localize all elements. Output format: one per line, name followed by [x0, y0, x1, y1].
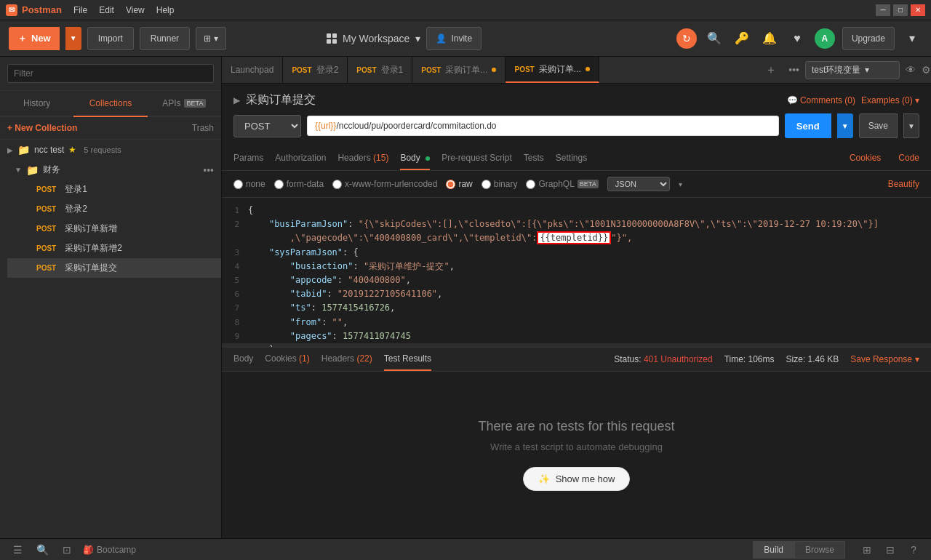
heart-button[interactable]: ♥	[787, 28, 807, 49]
new-dropdown-button[interactable]: ▼	[65, 27, 81, 50]
code-editor[interactable]: 1 { 2 "busiParamJson": "{\"skipCodes\":[…	[222, 198, 931, 347]
code-link[interactable]: Code	[898, 147, 919, 170]
tab-post-login2[interactable]: POST 登录2	[283, 57, 348, 83]
save-response-button[interactable]: Save Response ▾	[850, 354, 919, 364]
tab-authorization[interactable]: Authorization	[275, 147, 326, 170]
trash-button[interactable]: Trash	[192, 123, 214, 133]
resp-tab-test-results[interactable]: Test Results	[384, 348, 431, 371]
raw-radio[interactable]	[446, 180, 455, 189]
tab-tests[interactable]: Tests	[524, 147, 544, 170]
save-dropdown-button[interactable]: ▼	[903, 113, 919, 138]
tab-label: 登录1	[381, 64, 404, 76]
graphql-radio[interactable]	[526, 180, 535, 189]
upgrade-dropdown-button[interactable]: ▾	[902, 28, 922, 49]
sidebar-toggle-button[interactable]: ☰	[9, 541, 26, 559]
browse-tab-button[interactable]: Browse	[794, 541, 845, 559]
save-button[interactable]: Save	[859, 113, 898, 138]
request-order-add[interactable]: POST 采购订单新增	[7, 219, 221, 239]
close-button[interactable]: ✕	[911, 4, 925, 16]
examples-link[interactable]: Examples (0) ▾	[861, 95, 919, 105]
bell-button[interactable]: 🔔	[759, 28, 780, 49]
none-radio[interactable]	[233, 180, 243, 189]
sync-button[interactable]: ↻	[676, 28, 697, 49]
search-button[interactable]: 🔍	[704, 28, 724, 49]
env-gear-button[interactable]: ⚙	[922, 64, 931, 76]
cookies-link[interactable]: Cookies	[850, 147, 881, 170]
option-raw[interactable]: raw	[446, 179, 472, 189]
option-graphql[interactable]: GraphQL BETA	[526, 179, 598, 189]
minimize-button[interactable]: ─	[876, 4, 890, 16]
workspace-label: My Workspace	[343, 33, 409, 44]
collection-ncc-test[interactable]: ▶ 📁 ncc test ★ 5 requests •••	[0, 140, 221, 160]
layout2-button[interactable]: ⊟	[882, 541, 899, 559]
runner-button[interactable]: Runner	[140, 27, 190, 50]
request-order-submit[interactable]: POST 采购订单提交	[7, 258, 221, 278]
beautify-button[interactable]: Beautify	[888, 179, 919, 189]
option-urlencoded[interactable]: x-www-form-urlencoded	[332, 179, 437, 189]
comments-link[interactable]: 💬 Comments (0)	[787, 95, 855, 105]
resp-tab-headers[interactable]: Headers (22)	[321, 348, 372, 371]
import-button[interactable]: Import	[87, 27, 134, 50]
avatar[interactable]: A	[815, 28, 835, 49]
request-login1[interactable]: POST 登录1	[7, 180, 221, 199]
request-order-add2[interactable]: POST 采购订单新增2	[7, 239, 221, 258]
tab-launchpad[interactable]: Launchpad	[222, 57, 283, 83]
console-button[interactable]: ⊡	[58, 541, 76, 559]
invite-button[interactable]: 👤 Invite	[426, 27, 482, 50]
line-number: 3	[222, 246, 248, 260]
folder-finance[interactable]: ▼ 📁 财务 •••	[7, 160, 221, 180]
option-none[interactable]: none	[233, 179, 265, 189]
tab-post-order2[interactable]: POST 采购订单...	[506, 57, 599, 83]
sidebar-tab-history[interactable]: History	[0, 91, 73, 117]
title-caret[interactable]: ▶	[233, 95, 240, 105]
upgrade-button[interactable]: Upgrade	[842, 27, 895, 50]
search-input[interactable]	[7, 64, 214, 83]
show-me-button[interactable]: ✨ Show me how	[523, 467, 631, 491]
send-button[interactable]: Send	[785, 113, 831, 138]
request-login2[interactable]: POST 登录2	[7, 199, 221, 219]
layout-button[interactable]: ⊞	[858, 541, 876, 559]
formdata-radio[interactable]	[274, 180, 284, 189]
binary-radio[interactable]	[482, 180, 491, 189]
option-formdata[interactable]: form-data	[274, 179, 324, 189]
tab-post-order1[interactable]: POST 采购订单...	[412, 57, 506, 83]
line-number: 6	[222, 287, 248, 301]
tab-body[interactable]: Body	[400, 147, 430, 170]
resp-tab-cookies[interactable]: Cookies (1)	[265, 348, 309, 371]
search-bottom-button[interactable]: 🔍	[33, 541, 51, 559]
sidebar-tab-collections[interactable]: Collections	[73, 91, 147, 117]
maximize-button[interactable]: □	[893, 4, 908, 16]
resp-tab-body[interactable]: Body	[233, 348, 253, 371]
format-select[interactable]: JSON Text JavaScript HTML XML	[607, 177, 670, 191]
folder-more-button[interactable]: •••	[203, 164, 214, 176]
env-select-dropdown[interactable]: test环境变量 ▾	[805, 61, 900, 79]
tab-params[interactable]: Params	[233, 147, 263, 170]
menu-bar: File Edit View Help	[73, 5, 175, 15]
option-binary[interactable]: binary	[482, 179, 518, 189]
urlencoded-radio[interactable]	[332, 180, 342, 189]
tab-settings[interactable]: Settings	[556, 147, 587, 170]
menu-view[interactable]: View	[126, 5, 145, 15]
custom-button[interactable]: ⊞ ▾	[196, 27, 226, 50]
send-dropdown-button[interactable]: ▼	[837, 113, 853, 138]
method-select[interactable]: POST GET PUT DELETE	[233, 115, 301, 137]
build-tab-button[interactable]: Build	[753, 541, 794, 559]
key-button[interactable]: 🔑	[732, 28, 752, 49]
bootcamp-button[interactable]: 🎒 Bootcamp	[83, 545, 136, 555]
tab-headers[interactable]: Headers (15)	[337, 147, 388, 170]
menu-file[interactable]: File	[73, 5, 87, 15]
menu-help[interactable]: Help	[156, 5, 175, 15]
launchpad-label: Launchpad	[231, 65, 273, 75]
help-button[interactable]: ?	[905, 541, 922, 559]
menu-edit[interactable]: Edit	[99, 5, 114, 15]
new-collection-button[interactable]: + New Collection	[7, 123, 77, 133]
env-eye-button[interactable]: 👁	[906, 64, 916, 76]
new-button[interactable]: ＋ New	[9, 27, 60, 50]
tabs-more-button[interactable]: •••	[783, 64, 805, 76]
tab-post-login1[interactable]: POST 登录1	[348, 57, 412, 83]
sidebar-tab-apis[interactable]: APIs BETA	[148, 91, 221, 117]
add-tab-button[interactable]: ＋	[759, 63, 783, 78]
workspace-button[interactable]: My Workspace ▾	[327, 33, 420, 44]
url-input[interactable]: {{url}}/nccloud/pu/poordercard/commitact…	[307, 116, 779, 136]
tab-pre-request[interactable]: Pre-request Script	[441, 147, 512, 170]
